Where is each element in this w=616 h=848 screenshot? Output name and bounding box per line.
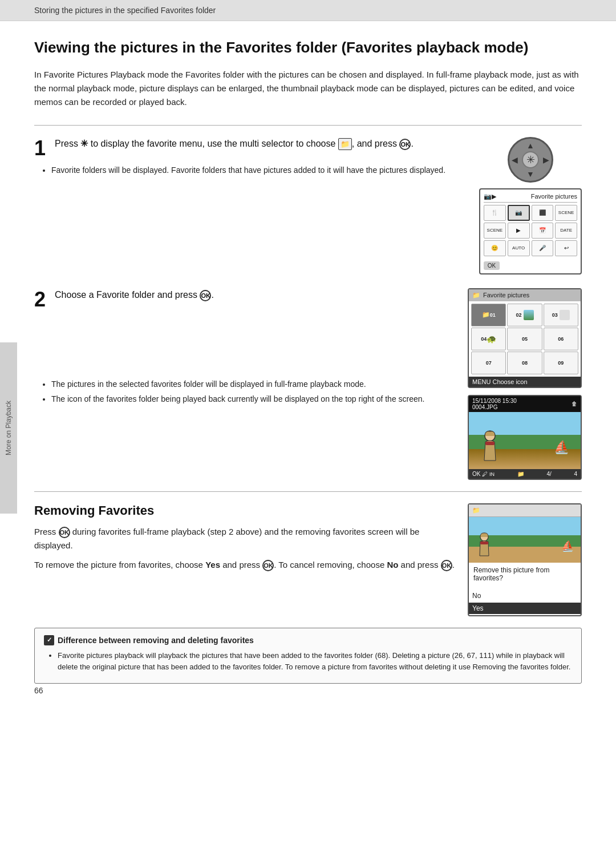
cam1-cell-scene1: SCENE (555, 205, 577, 221)
cam-screen-step2: 📁 Favorite pictures 📁01 02 03 (468, 288, 582, 388)
cam1-cell-date2: DATE (555, 223, 577, 239)
cam1-cell-scene2: SCENE (484, 223, 506, 239)
cam4-no-option[interactable]: No (469, 590, 581, 601)
ok-button-symbol: OK (399, 139, 411, 150)
cam3-infobar: 15/11/2008 15:30 0004.JPG 🗑 (469, 396, 581, 412)
cam1-cell-menu: 🍴 (484, 205, 506, 221)
folder-icon: 📁 (338, 138, 352, 151)
step1-row: 1 Press ✳ to display the favorite menu, … (34, 137, 582, 274)
folder-08: 08 (507, 352, 542, 374)
step2-number: 2 (34, 289, 46, 310)
step1-bullet1: Favorite folders will be displayed. Favo… (51, 164, 468, 177)
cam1-ok-btn: OK (484, 261, 500, 270)
arrow-bottom-icon: ▼ (526, 169, 534, 179)
intro-para: In Favorite Pictures Playback mode the F… (34, 68, 582, 109)
removing-divider (34, 491, 582, 492)
step1-text: Press ✳ to display the favorite menu, us… (55, 137, 414, 151)
step1-number: 1 (34, 138, 46, 159)
cam4-folder-icon: 📁 (472, 507, 480, 514)
removing-para1: Press OK during favorites full-frame pla… (34, 525, 456, 552)
cam2-folder-icon: 📁 (472, 292, 480, 299)
ok-symbol-yes: OK (262, 560, 274, 571)
step1-bullets: Favorite folders will be displayed. Favo… (51, 164, 468, 177)
cam4-photo: ⛵ (469, 517, 581, 563)
page-number: 66 (34, 686, 43, 695)
section-title: Viewing the pictures in the Favorites fo… (34, 38, 582, 58)
check-icon: ✓ (44, 635, 54, 645)
page: Storing the pictures in the specified Fa… (0, 0, 616, 848)
cam4-yes-option[interactable]: Yes (469, 603, 581, 614)
cam-screen-playback: 15/11/2008 15:30 0004.JPG 🗑 (468, 395, 582, 480)
main-content: Viewing the pictures in the Favorites fo… (0, 21, 616, 706)
cam3-photo: ⛵ (469, 412, 581, 469)
cam4-person (475, 531, 495, 563)
cam1-cell-mic: 🎤 (532, 240, 554, 256)
cam3-bottombar: OK 🖊 IN 📁 4/ 4 (469, 469, 581, 479)
removing-left: Removing Favorites Press OK during favor… (34, 503, 456, 616)
folder-07: 07 (471, 352, 506, 374)
thumb-03 (560, 310, 570, 320)
cam1-camera-icon: 📷▶ (484, 193, 496, 200)
cam1-header: 📷▶ Favorite pictures (484, 193, 577, 203)
folder-01: 📁01 (471, 304, 506, 326)
arrow-right-icon: ▶ (543, 155, 549, 164)
step2-ok-symbol: OK (200, 290, 211, 301)
removing-para2: To remove the picture from favorites, ch… (34, 558, 456, 572)
cam2-menubar: MENU Choose icon (469, 377, 581, 387)
removing-right: 📁 ⛵ Remove this picture from fav (468, 503, 582, 616)
folder-03: 03 (544, 304, 578, 326)
cam4-boat: ⛵ (561, 540, 574, 552)
boat-icon: ⛵ (554, 440, 569, 455)
cam1-cell-black: ⬛ (532, 205, 554, 221)
cam1-title: Favorite pictures (531, 193, 577, 200)
cam2-title: Favorite pictures (483, 292, 529, 298)
cam1-icon-grid: 🍴 📷 ⬛ SCENE SCENE ▶ 📅 DATE 😊 AUTO 🎤 ↩ (484, 205, 577, 256)
person-figure (477, 429, 503, 469)
cam1-cell-play: ▶ (508, 223, 530, 239)
cam4-textarea: Remove this picture from favorites? (469, 563, 581, 589)
cam1-cell-date: 📅 (532, 223, 554, 239)
step1-right: ▲ ▼ ◀ ▶ ✳ 📷▶ Favorite pictures (479, 137, 582, 274)
breadcrumb: Storing the pictures in the specified Fa… (0, 0, 616, 21)
breadcrumb-text: Storing the pictures in the specified Fa… (34, 6, 216, 15)
step2-bullet1: The pictures in the selected favorites f… (51, 378, 456, 391)
folder-09: 09 (544, 352, 578, 374)
step2-layout: 2 Choose a Favorite folder and press OK.… (34, 288, 582, 480)
folder-02: 02 (507, 304, 542, 326)
cam4-topicon: 📁 (469, 504, 581, 517)
cam2-topbar: 📁 Favorite pictures (469, 289, 581, 301)
step2-right: 📁 Favorite pictures 📁01 02 03 (468, 288, 582, 480)
cam2-folder-grid: 📁01 02 03 04 🐢 (469, 301, 581, 377)
folder-05: 05 (507, 328, 542, 350)
ok-symbol-no: OK (441, 560, 452, 571)
step2-bullets: The pictures in the selected favorites f… (51, 378, 456, 406)
removing-title: Removing Favorites (34, 503, 456, 518)
removing-layout: Removing Favorites Press OK during favor… (34, 503, 582, 616)
note-bullet-1: Favorite pictures playback will playback… (58, 650, 572, 673)
star-icon: ✳ (526, 154, 535, 166)
cam1-cell-camera: 📷 (508, 205, 530, 221)
note-title: ✓ Difference between removing and deleti… (44, 635, 572, 645)
note-bullets: Favorite pictures playback will playback… (58, 650, 572, 673)
folder-06: 06 (544, 328, 578, 350)
arrow-top-icon: ▲ (526, 141, 534, 150)
svg-rect-3 (480, 542, 488, 544)
arrow-left-icon: ◀ (512, 155, 518, 164)
cam4-question: Remove this picture from favorites? (473, 566, 576, 582)
step2-text: Choose a Favorite folder and press OK. (55, 288, 214, 302)
multi-selector: ▲ ▼ ◀ ▶ ✳ (508, 137, 553, 183)
ok-symbol-remove: OK (59, 527, 70, 538)
step2-bullet2: The icon of the favorites folder being p… (51, 393, 456, 406)
step1-left: 1 Press ✳ to display the favorite menu, … (34, 137, 468, 180)
folder-04: 04 🐢 (471, 328, 506, 350)
cam1-cell-return: ↩ (555, 240, 577, 256)
step-divider (34, 125, 582, 126)
svg-rect-1 (485, 442, 495, 445)
step2-left: 2 Choose a Favorite folder and press OK.… (34, 288, 456, 480)
thumb-02 (524, 310, 534, 320)
cam-screen-remove: 📁 ⛵ Remove this picture from fav (468, 503, 582, 616)
cam1-cell-auto: AUTO (508, 240, 530, 256)
note-box: ✓ Difference between removing and deleti… (34, 628, 582, 684)
cam-screen-step1: 📷▶ Favorite pictures 🍴 📷 ⬛ SCENE SCENE ▶… (479, 188, 582, 274)
cam1-cell-face: 😊 (484, 240, 506, 256)
